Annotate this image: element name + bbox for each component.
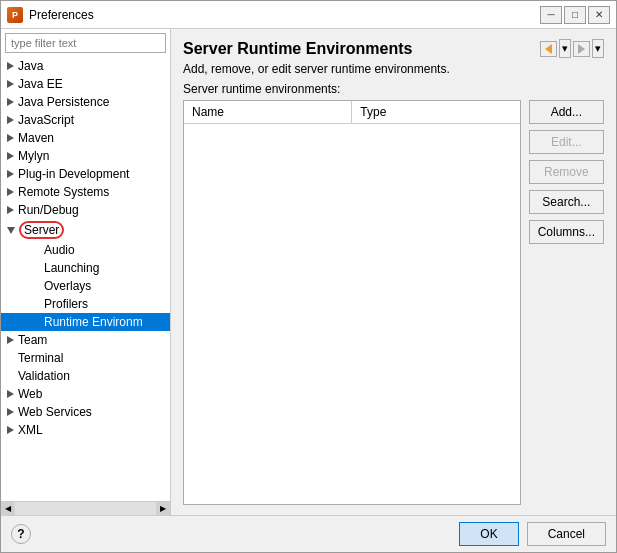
sidebar-item-maven[interactable]: Maven: [1, 129, 170, 147]
ok-button[interactable]: OK: [459, 522, 518, 546]
tree-label-javapersistence: Java Persistence: [18, 95, 109, 109]
nav-back-icon: [545, 44, 552, 54]
nav-back-button[interactable]: [540, 41, 557, 57]
minimize-button[interactable]: ─: [540, 6, 562, 24]
sidebar-item-rundebug[interactable]: Run/Debug: [1, 201, 170, 219]
sidebar-item-webservices[interactable]: Web Services: [1, 403, 170, 421]
hscroll-track: [15, 502, 156, 515]
help-button[interactable]: ?: [11, 524, 31, 544]
window-controls: ─ □ ✕: [540, 6, 610, 24]
tree-label-javaee: Java EE: [18, 77, 63, 91]
tree-arrow-xml: [7, 426, 14, 434]
table-col-name: Name: [184, 101, 352, 123]
panel-title: Server Runtime Environments: [183, 40, 412, 58]
scroll-right-button[interactable]: ▶: [156, 502, 170, 516]
sidebar-item-xml[interactable]: XML: [1, 421, 170, 439]
tree-arrow-javaee: [7, 80, 14, 88]
tree-label-plugindev: Plug-in Development: [18, 167, 129, 181]
tree-label-xml: XML: [18, 423, 43, 437]
table-col-type: Type: [352, 101, 519, 123]
tree-label-profilers: Profilers: [44, 297, 88, 311]
tree-arrow-remotesystems: [7, 188, 14, 196]
right-panel: Server Runtime Environments ▾ ▾ Add, rem…: [171, 29, 616, 515]
sidebar-item-team[interactable]: Team: [1, 331, 170, 349]
tree-label-java: Java: [18, 59, 43, 73]
sidebar-item-terminal[interactable]: Terminal: [1, 349, 170, 367]
tree-label-mylyn: Mylyn: [18, 149, 49, 163]
tree-arrow-plugindev: [7, 170, 14, 178]
tree-arrow-webservices: [7, 408, 14, 416]
tree-label-overlays: Overlays: [44, 279, 91, 293]
tree-arrow-web: [7, 390, 14, 398]
sidebar: JavaJava EEJava PersistenceJavaScriptMav…: [1, 29, 171, 515]
nav-forward-dropdown[interactable]: ▾: [592, 39, 604, 58]
sidebar-hscroll: ◀ ▶: [1, 501, 170, 515]
table-body: [184, 124, 520, 502]
columns-button[interactable]: Columns...: [529, 220, 604, 244]
table-header: Name Type: [184, 101, 520, 124]
tree-label-webservices: Web Services: [18, 405, 92, 419]
maximize-button[interactable]: □: [564, 6, 586, 24]
scroll-left-button[interactable]: ◀: [1, 502, 15, 516]
tree-arrow-rundebug: [7, 206, 14, 214]
tree-arrow-team: [7, 336, 14, 344]
main-content: JavaJava EEJava PersistenceJavaScriptMav…: [1, 29, 616, 515]
tree-label-runtimeenv: Runtime Environm: [44, 315, 143, 329]
preferences-window: P Preferences ─ □ ✕ JavaJava EEJava Pers…: [0, 0, 617, 553]
search-button[interactable]: Search...: [529, 190, 604, 214]
tree-label-rundebug: Run/Debug: [18, 203, 79, 217]
tree-label-team: Team: [18, 333, 47, 347]
tree-label-terminal: Terminal: [18, 351, 63, 365]
panel-header: Server Runtime Environments ▾ ▾: [183, 39, 604, 58]
nav-back-dropdown[interactable]: ▾: [559, 39, 571, 58]
tree-label-audio: Audio: [44, 243, 75, 257]
title-bar: P Preferences ─ □ ✕: [1, 1, 616, 29]
cancel-button[interactable]: Cancel: [527, 522, 606, 546]
sidebar-item-overlays[interactable]: Overlays: [1, 277, 170, 295]
tree-container: JavaJava EEJava PersistenceJavaScriptMav…: [1, 57, 170, 501]
tree-arrow-maven: [7, 134, 14, 142]
app-icon: P: [7, 7, 23, 23]
bottom-right-buttons: OK Cancel: [459, 522, 606, 546]
filter-input[interactable]: [5, 33, 166, 53]
sidebar-item-mylyn[interactable]: Mylyn: [1, 147, 170, 165]
tree-label-javascript: JavaScript: [18, 113, 74, 127]
tree-arrow-javapersistence: [7, 98, 14, 106]
sidebar-item-java[interactable]: Java: [1, 57, 170, 75]
sidebar-item-launching[interactable]: Launching: [1, 259, 170, 277]
sidebar-item-remotesystems[interactable]: Remote Systems: [1, 183, 170, 201]
sidebar-item-profilers[interactable]: Profilers: [1, 295, 170, 313]
bottom-bar: ? OK Cancel: [1, 515, 616, 552]
action-buttons: Add... Edit... Remove Search... Columns.…: [529, 100, 604, 505]
sidebar-item-javaee[interactable]: Java EE: [1, 75, 170, 93]
nav-buttons: ▾ ▾: [540, 39, 604, 58]
sidebar-item-web[interactable]: Web: [1, 385, 170, 403]
tree-arrow-javascript: [7, 116, 14, 124]
panel-description: Add, remove, or edit server runtime envi…: [183, 62, 604, 76]
sidebar-item-runtimeenv[interactable]: Runtime Environm: [1, 313, 170, 331]
sidebar-item-audio[interactable]: Audio: [1, 241, 170, 259]
nav-forward-button[interactable]: [573, 41, 590, 57]
close-button[interactable]: ✕: [588, 6, 610, 24]
sidebar-item-javascript[interactable]: JavaScript: [1, 111, 170, 129]
tree-arrow-java: [7, 62, 14, 70]
tree-arrow-mylyn: [7, 152, 14, 160]
table-and-buttons: Name Type Add... Edit... Remove Search..…: [183, 100, 604, 505]
edit-button[interactable]: Edit...: [529, 130, 604, 154]
sidebar-item-server[interactable]: Server: [1, 219, 170, 241]
tree-arrow-server: [7, 227, 15, 234]
tree-label-launching: Launching: [44, 261, 99, 275]
remove-button[interactable]: Remove: [529, 160, 604, 184]
tree-label-remotesystems: Remote Systems: [18, 185, 109, 199]
add-button[interactable]: Add...: [529, 100, 604, 124]
nav-forward-icon: [578, 44, 585, 54]
sidebar-item-validation[interactable]: Validation: [1, 367, 170, 385]
tree-label-web: Web: [18, 387, 42, 401]
tree-label-validation: Validation: [18, 369, 70, 383]
tree-label-maven: Maven: [18, 131, 54, 145]
tree-label-server: Server: [19, 221, 64, 239]
window-title: Preferences: [29, 8, 540, 22]
sidebar-item-javapersistence[interactable]: Java Persistence: [1, 93, 170, 111]
sidebar-item-plugindev[interactable]: Plug-in Development: [1, 165, 170, 183]
environments-table: Name Type: [183, 100, 521, 505]
